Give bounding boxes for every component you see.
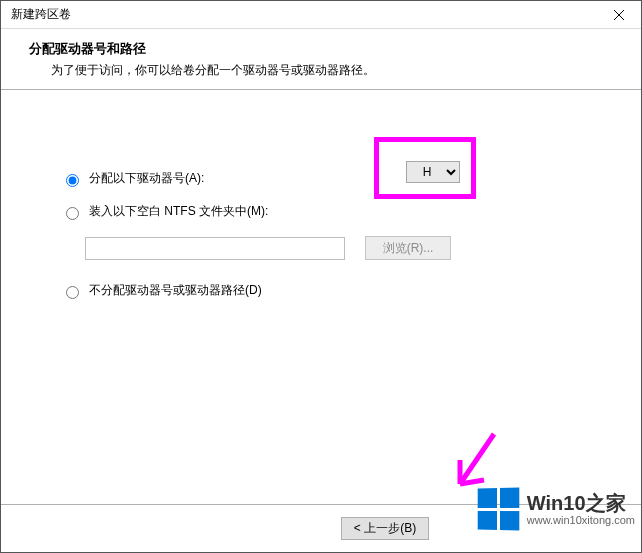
option-mount-text: 装入以下空白 NTFS 文件夹中(M): (89, 203, 268, 220)
option-none-radio[interactable] (66, 286, 79, 299)
wizard-footer: < 上一步(B) 下一步(N) > 取消 (1, 504, 641, 552)
option-assign-row: 分配以下驱动器号(A): (61, 170, 601, 187)
content-area: 分配以下驱动器号(A): H 装入以下空白 NTFS 文件夹中(M): 浏览(R… (1, 90, 641, 470)
close-icon (614, 10, 624, 20)
wizard-header: 分配驱动器号和路径 为了便于访问，你可以给卷分配一个驱动器号或驱动器路径。 (1, 29, 641, 89)
option-mount-radio[interactable] (66, 207, 79, 220)
option-none-text: 不分配驱动器号或驱动器路径(D) (89, 282, 262, 299)
back-button[interactable]: < 上一步(B) (341, 517, 429, 540)
option-mount-row: 装入以下空白 NTFS 文件夹中(M): (61, 203, 601, 220)
mount-path-row: 浏览(R)... (85, 236, 601, 260)
option-assign-text: 分配以下驱动器号(A): (89, 170, 204, 187)
header-subtitle: 为了便于访问，你可以给卷分配一个驱动器号或驱动器路径。 (51, 62, 621, 79)
header-title: 分配驱动器号和路径 (29, 41, 621, 58)
drive-letter-select[interactable]: H (406, 161, 460, 183)
option-assign-radio[interactable] (66, 174, 79, 187)
option-assign-label[interactable]: 分配以下驱动器号(A): (61, 170, 204, 187)
svg-line-4 (460, 480, 484, 484)
titlebar: 新建跨区卷 (1, 1, 641, 29)
close-button[interactable] (597, 1, 641, 29)
wizard-window: 新建跨区卷 分配驱动器号和路径 为了便于访问，你可以给卷分配一个驱动器号或驱动器… (0, 0, 642, 553)
option-none-row: 不分配驱动器号或驱动器路径(D) (61, 282, 601, 299)
option-mount-label[interactable]: 装入以下空白 NTFS 文件夹中(M): (61, 203, 268, 220)
browse-button[interactable]: 浏览(R)... (365, 236, 451, 260)
window-title: 新建跨区卷 (11, 6, 71, 23)
option-none-label[interactable]: 不分配驱动器号或驱动器路径(D) (61, 282, 262, 299)
mount-path-input[interactable] (85, 237, 345, 260)
